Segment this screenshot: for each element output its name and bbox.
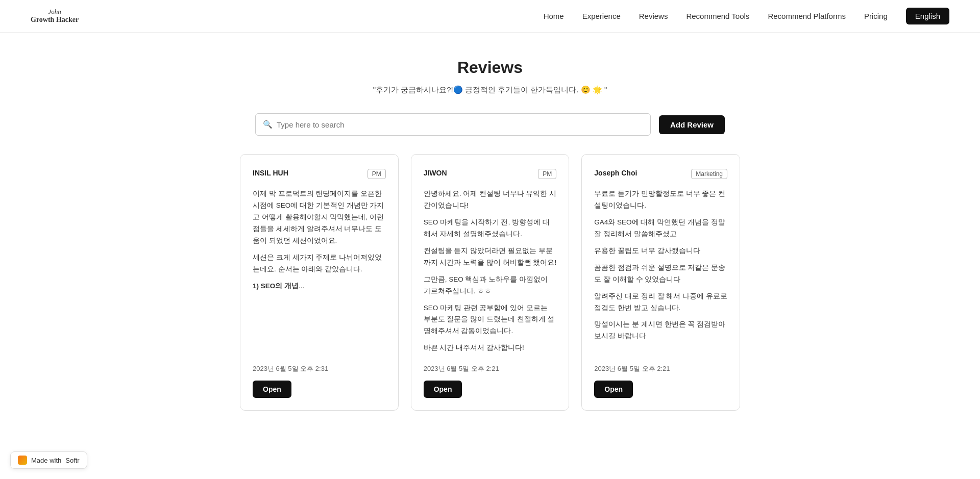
- softr-brand: Softr: [65, 457, 79, 464]
- card-body-paragraph: SEO 마케팅을 시작하기 전, 방향성에 대해서 자세히 설명해주셨습니다.: [424, 217, 557, 240]
- nav: Home Experience Reviews Recommend Tools …: [544, 8, 949, 24]
- search-input-wrap: 🔍: [255, 113, 651, 136]
- card-body-paragraph: 1) SEO의 개념...: [253, 281, 386, 292]
- nav-home[interactable]: Home: [544, 12, 564, 20]
- card-footer: 2023년 6월 5일 오후 2:31Open: [253, 364, 386, 398]
- main-content: Reviews "후기가 궁금하시나요?!🔵 긍정적인 후기들이 한가득입니다.…: [184, 33, 796, 441]
- card-body-paragraph: 컨설팅을 듣지 않았더라면 필요없는 부분까지 시간과 노력을 많이 허비할뻔 …: [424, 245, 557, 269]
- logo-line2: Growth Hacker: [31, 16, 79, 24]
- card-body-paragraph: 세션은 크게 세가지 주제로 나뉘어져있었는데요. 순서는 아래와 같았습니다.: [253, 252, 386, 275]
- nav-recommend-platforms[interactable]: Recommend Platforms: [768, 12, 846, 20]
- logo[interactable]: John Growth Hacker: [31, 8, 79, 24]
- card-author: INSIL HUH: [253, 169, 288, 177]
- card-header: JIWONPM: [424, 169, 557, 179]
- page-subtitle: "후기가 궁금하시나요?!🔵 긍정적인 후기들이 한가득입니다. 😊 🌟 ": [194, 85, 786, 95]
- card-body-paragraph: GA4와 SEO에 대해 막연했던 개념을 정말 잘 정리해서 말씀해주셨고: [594, 217, 727, 240]
- card-date: 2023년 6월 5일 오후 2:31: [253, 364, 386, 373]
- card-body-paragraph: SEO 마케팅 관련 공부함에 있어 모르는 부분도 질문을 많이 드렸는데 친…: [424, 302, 557, 338]
- search-bar-row: 🔍 Add Review: [255, 113, 725, 136]
- card-body-paragraph: 이제 막 프로덕트의 랜딩페이지를 오픈한 시점에 SEO에 대한 기본적인 개…: [253, 188, 386, 247]
- search-input[interactable]: [277, 120, 643, 129]
- add-review-button[interactable]: Add Review: [659, 115, 725, 134]
- open-button[interactable]: Open: [253, 381, 291, 398]
- card-body: 안녕하세요. 어제 컨설팅 너무나 유익한 시간이었습니다!SEO 마케팅을 시…: [424, 188, 557, 354]
- open-button[interactable]: Open: [424, 381, 462, 398]
- page-title: Reviews: [194, 58, 786, 77]
- card-date: 2023년 6월 5일 오후 2:21: [594, 364, 727, 373]
- card-body-paragraph: 무료로 듣기가 민망할정도로 너무 좋은 컨설팅이었습니다.: [594, 188, 727, 212]
- card-tag: PM: [368, 169, 386, 179]
- card-tag: Marketing: [691, 169, 727, 179]
- reviews-grid: INSIL HUHPM이제 막 프로덕트의 랜딩페이지를 오픈한 시점에 SEO…: [240, 154, 740, 411]
- card-author: JIWON: [424, 169, 447, 177]
- nav-recommend-tools[interactable]: Recommend Tools: [686, 12, 749, 20]
- card-body-paragraph: 그만큼, SEO 핵심과 노하우를 아낌없이 가르쳐주십니다. ㅎㅎ: [424, 274, 557, 297]
- card-footer: 2023년 6월 5일 오후 2:21Open: [594, 364, 727, 398]
- nav-pricing[interactable]: Pricing: [864, 12, 888, 20]
- logo-line1: John: [31, 8, 79, 16]
- review-card: INSIL HUHPM이제 막 프로덕트의 랜딩페이지를 오픈한 시점에 SEO…: [240, 154, 399, 411]
- softr-logo-icon: [18, 456, 27, 465]
- card-tag: PM: [538, 169, 556, 179]
- card-body-paragraph: 꼼꼼한 점검과 쉬운 설명으로 저같은 문송도 잘 이해할 수 있었습니다: [594, 262, 727, 286]
- card-body-paragraph: 안녕하세요. 어제 컨설팅 너무나 유익한 시간이었습니다!: [424, 188, 557, 212]
- card-body-paragraph: 바쁜 시간 내주셔서 감사합니다!: [424, 342, 557, 354]
- open-button[interactable]: Open: [594, 381, 633, 398]
- search-icon: 🔍: [263, 120, 273, 129]
- card-body: 이제 막 프로덕트의 랜딩페이지를 오픈한 시점에 SEO에 대한 기본적인 개…: [253, 188, 386, 354]
- review-card: Joseph ChoiMarketing무료로 듣기가 민망할정도로 너무 좋은…: [581, 154, 740, 411]
- card-author: Joseph Choi: [594, 169, 637, 177]
- nav-experience[interactable]: Experience: [582, 12, 621, 20]
- header: John Growth Hacker Home Experience Revie…: [0, 0, 980, 33]
- card-body-paragraph: 알려주신 대로 정리 잘 해서 나중에 유료로 점검도 한번 받고 싶습니다.: [594, 291, 727, 314]
- card-header: INSIL HUHPM: [253, 169, 386, 179]
- review-card: JIWONPM안녕하세요. 어제 컨설팅 너무나 유익한 시간이었습니다!SEO…: [411, 154, 570, 411]
- language-button[interactable]: English: [906, 8, 949, 24]
- card-body: 무료로 듣기가 민망할정도로 너무 좋은 컨설팅이었습니다.GA4와 SEO에 …: [594, 188, 727, 354]
- card-body-paragraph: 망설이시는 분 계시면 한번은 꼭 점검받아보시길 바랍니다: [594, 319, 727, 342]
- made-with-label: Made with: [31, 457, 61, 464]
- nav-reviews[interactable]: Reviews: [639, 12, 668, 20]
- card-header: Joseph ChoiMarketing: [594, 169, 727, 179]
- card-footer: 2023년 6월 5일 오후 2:21Open: [424, 364, 557, 398]
- card-body-paragraph: 유용한 꿀팁도 너무 감사했습니다: [594, 245, 727, 257]
- footer-badge: Made with Softr: [10, 451, 87, 469]
- card-date: 2023년 6월 5일 오후 2:21: [424, 364, 557, 373]
